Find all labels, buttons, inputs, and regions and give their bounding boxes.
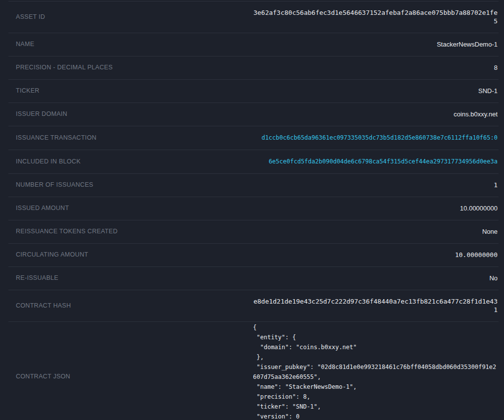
precision-value: 8 <box>253 56 499 80</box>
row-label-precision: PRECISION - DECIMAL PLACES <box>8 56 253 80</box>
row-label-contract-json: CONTRACT JSON <box>8 322 253 420</box>
table-row: NUMBER OF ISSUANCES 1 <box>8 174 499 197</box>
asset-details-table: ASSET ID 3e62af3c80c56ab6fec3d1e56466371… <box>8 1 499 420</box>
asset-id-value: 3e62af3c80c56ab6fec3d1e5646637152afebaf2… <box>253 1 499 33</box>
row-label-circulating-amount: CIRCULATING AMOUNT <box>8 244 253 267</box>
table-row: RE-ISSUABLE No <box>8 267 499 290</box>
table-row: CONTRACT HASH e8de1d21de19e43c25d7c222d9… <box>8 290 499 322</box>
table-row: ISSUED AMOUNT 10.00000000 <box>8 197 499 220</box>
issuance-transaction-link[interactable]: d1ccb0c6cb65da96361ec097335035dc73b5d182… <box>261 134 498 141</box>
row-label-issuer-domain: ISSUER DOMAIN <box>8 103 253 126</box>
circulating-amount-value: 10.00000000 <box>253 244 499 267</box>
table-row: ISSUER DOMAIN coins.b0xxy.net <box>8 103 499 126</box>
asset-name-value: StackerNewsDemo-1 <box>253 33 499 56</box>
row-label-ticker: TICKER <box>8 80 253 103</box>
number-of-issuances-value: 1 <box>253 174 499 197</box>
row-label-number-of-issuances: NUMBER OF ISSUANCES <box>8 174 253 197</box>
row-label-contract-hash: CONTRACT HASH <box>8 290 253 322</box>
table-row: TICKER SND-1 <box>8 80 499 103</box>
row-label-re-issuable: RE-ISSUABLE <box>8 267 253 290</box>
issued-amount-value: 10.00000000 <box>253 197 499 220</box>
table-row: INCLUDED IN BLOCK 6e5ce0fcd5fda2b090d04d… <box>8 150 499 174</box>
row-label-included-in-block: INCLUDED IN BLOCK <box>8 150 253 174</box>
table-row: CONTRACT JSON { "entity": { "domain": "c… <box>8 322 499 420</box>
ticker-value: SND-1 <box>253 80 499 103</box>
re-issuable-value: No <box>253 267 499 290</box>
row-label-asset-id: ASSET ID <box>8 1 253 33</box>
row-label-issuance-transaction: ISSUANCE TRANSACTION <box>8 126 253 150</box>
table-row: PRECISION - DECIMAL PLACES 8 <box>8 56 499 80</box>
row-label-reissuance-tokens: REISSUANCE TOKENS CREATED <box>8 220 253 244</box>
issuer-domain-value: coins.b0xxy.net <box>253 103 499 126</box>
contract-json-value: { "entity": { "domain": "coins.b0xxy.net… <box>253 322 498 420</box>
row-label-issued-amount: ISSUED AMOUNT <box>8 197 253 220</box>
row-label-name: NAME <box>8 33 253 56</box>
table-row: NAME StackerNewsDemo-1 <box>8 33 499 56</box>
table-row: CIRCULATING AMOUNT 10.00000000 <box>8 244 499 267</box>
table-row: ISSUANCE TRANSACTION d1ccb0c6cb65da96361… <box>8 126 499 150</box>
table-row: REISSUANCE TOKENS CREATED None <box>8 220 499 244</box>
table-row: ASSET ID 3e62af3c80c56ab6fec3d1e56466371… <box>8 1 499 33</box>
contract-hash-value: e8de1d21de19e43c25d7c222d97c36f48440a7ec… <box>253 290 499 322</box>
included-in-block-link[interactable]: 6e5ce0fcd5fda2b090d04de6c6798ca54f315d5c… <box>269 158 498 165</box>
reissuance-tokens-value: None <box>253 220 499 244</box>
